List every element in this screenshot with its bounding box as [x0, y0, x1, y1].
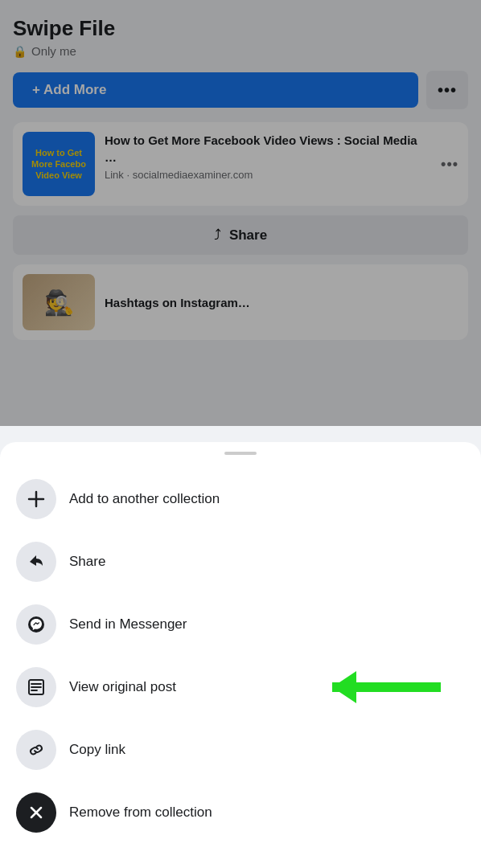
share-icon	[27, 553, 45, 571]
menu-item-view-original[interactable]: View original post	[0, 656, 481, 719]
green-arrow-indicator	[332, 671, 473, 703]
post-icon	[27, 678, 45, 696]
bottom-sheet-handle	[224, 452, 257, 455]
menu-item-copy-link[interactable]: Copy link	[0, 719, 481, 781]
messenger-icon-circle	[16, 604, 56, 645]
green-arrow-svg	[332, 671, 473, 703]
view-original-label: View original post	[69, 679, 176, 695]
link-icon	[27, 741, 45, 759]
copy-link-icon-circle	[16, 730, 56, 770]
remove-icon-circle	[16, 792, 56, 833]
svg-marker-8	[332, 671, 356, 703]
plus-icon	[27, 490, 45, 508]
remove-label: Remove from collection	[69, 805, 212, 821]
menu-item-share[interactable]: Share	[0, 530, 481, 593]
add-collection-icon-circle	[16, 479, 56, 519]
view-original-icon-circle	[16, 667, 56, 707]
menu-item-remove[interactable]: Remove from collection	[0, 781, 481, 844]
add-collection-label: Add to another collection	[69, 491, 220, 507]
bottom-sheet: Add to another collection Share Send in …	[0, 442, 481, 868]
menu-item-messenger[interactable]: Send in Messenger	[0, 593, 481, 656]
remove-icon	[28, 805, 44, 821]
share-icon-circle	[16, 542, 56, 582]
overlay-dim[interactable]	[0, 0, 481, 426]
share-label: Share	[69, 554, 105, 570]
messenger-label: Send in Messenger	[69, 616, 187, 633]
menu-item-add-collection[interactable]: Add to another collection	[0, 468, 481, 530]
copy-link-label: Copy link	[69, 742, 125, 758]
messenger-icon	[27, 615, 46, 634]
